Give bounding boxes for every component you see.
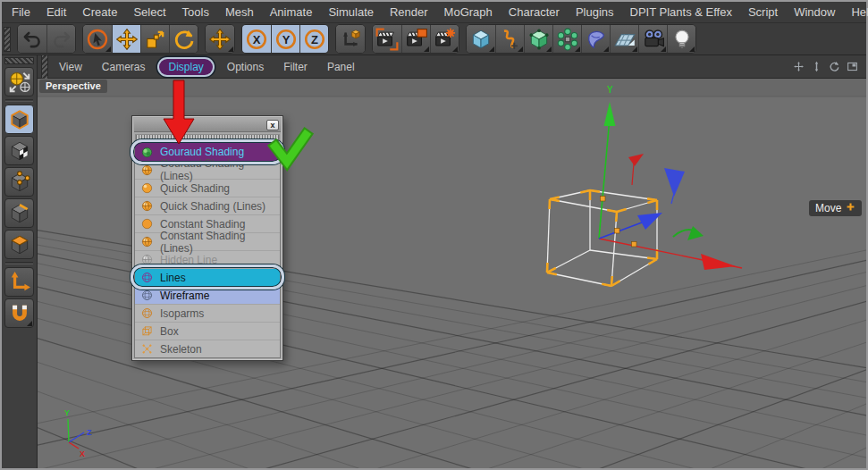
menu-tear-strip[interactable] bbox=[135, 134, 280, 140]
edge-mode-button[interactable] bbox=[4, 198, 34, 228]
sidebar-separator bbox=[5, 262, 33, 264]
array-object-button[interactable] bbox=[552, 25, 581, 53]
move-tool-button[interactable] bbox=[112, 25, 140, 53]
wire-globe-purple-icon bbox=[141, 272, 153, 283]
lock-y-axis-button[interactable]: Y bbox=[271, 25, 299, 53]
viewport-menu-options[interactable]: Options bbox=[218, 58, 273, 76]
display-menu-item-quick-shading-lines[interactable]: Quick Shading (Lines) bbox=[135, 197, 280, 214]
model-mode-button[interactable] bbox=[4, 105, 34, 134]
light-object-button[interactable] bbox=[667, 25, 695, 53]
viewport-menu-view[interactable]: View bbox=[50, 58, 91, 76]
render-settings-button[interactable] bbox=[430, 25, 459, 53]
sphere-icon bbox=[141, 182, 153, 194]
floor-object-button[interactable] bbox=[610, 25, 638, 53]
viewport-menu-panel[interactable]: Panel bbox=[318, 58, 364, 76]
axis-mode-button[interactable] bbox=[4, 267, 34, 297]
redo-icon bbox=[50, 28, 73, 51]
viewport-menu-drag-handle[interactable] bbox=[41, 55, 48, 80]
menu-mograph[interactable]: MoGraph bbox=[436, 3, 501, 21]
axis-letter-icon: Y bbox=[274, 28, 298, 51]
display-menu-item-lines[interactable]: Lines bbox=[135, 268, 280, 286]
add-cube-button[interactable] bbox=[467, 25, 495, 53]
rotate-tool-button[interactable] bbox=[169, 25, 198, 53]
plus-icon bbox=[846, 202, 855, 212]
last-used-tool-button[interactable] bbox=[206, 25, 234, 53]
menu-tools[interactable]: Tools bbox=[174, 3, 217, 21]
sphere-lines-icon bbox=[141, 200, 153, 212]
display-menu-item-box[interactable]: Box bbox=[135, 322, 280, 340]
render-picture-viewer-button[interactable] bbox=[401, 25, 430, 53]
camera-object-button[interactable] bbox=[638, 25, 667, 53]
submenu-corner-icon bbox=[228, 46, 233, 52]
viewport-menu-cameras[interactable]: Cameras bbox=[93, 58, 155, 76]
menu-help[interactable]: Help bbox=[843, 3, 868, 21]
menu-select[interactable]: Select bbox=[125, 3, 173, 21]
deformer-button[interactable] bbox=[581, 25, 610, 53]
display-menu-titlebar[interactable]: x bbox=[134, 118, 281, 132]
sphere-icon bbox=[140, 182, 154, 194]
zoom-view-button[interactable] bbox=[811, 61, 822, 72]
menu-item-label: Wireframe bbox=[160, 290, 209, 302]
tool-hint: Move bbox=[809, 200, 862, 216]
menu-item-label: Constant Shading (Lines) bbox=[160, 230, 280, 255]
menu-simulate[interactable]: Simulate bbox=[320, 3, 382, 21]
camera-label[interactable]: Perspective bbox=[39, 80, 107, 93]
render-view-button[interactable] bbox=[373, 25, 401, 53]
texture-mode-button[interactable] bbox=[4, 136, 34, 165]
close-icon[interactable]: x bbox=[266, 120, 279, 130]
viewport-menu-filter[interactable]: Filter bbox=[274, 58, 316, 76]
spline-pen-button[interactable] bbox=[495, 25, 524, 53]
point-mode-button[interactable] bbox=[4, 167, 34, 197]
menu-script[interactable]: Script bbox=[740, 3, 786, 21]
sidebar-drag-handle[interactable] bbox=[4, 57, 34, 64]
svg-text:Z: Z bbox=[87, 428, 92, 437]
menu-character[interactable]: Character bbox=[501, 3, 568, 21]
scale-tool-button[interactable] bbox=[140, 25, 169, 53]
menu-edit[interactable]: Edit bbox=[38, 3, 74, 21]
toggle-view-button[interactable] bbox=[847, 61, 858, 72]
wire-globe-icon bbox=[140, 290, 154, 301]
snap-button[interactable] bbox=[4, 298, 34, 328]
coordinate-system-button[interactable] bbox=[336, 25, 365, 53]
display-menu-item-isoparms[interactable]: Isoparms bbox=[135, 304, 280, 322]
render-view-icon bbox=[375, 28, 399, 51]
undo-button[interactable] bbox=[18, 25, 46, 53]
menu-dpit-plants-effex[interactable]: DPIT Plants & Effex bbox=[622, 3, 740, 21]
main-menubar: FileEditCreateSelectToolsMeshAnimateSimu… bbox=[2, 2, 866, 22]
rotate-icon bbox=[173, 28, 196, 51]
subdivision-surface-button[interactable] bbox=[524, 25, 552, 53]
sphere-lines-icon bbox=[141, 236, 153, 248]
svg-text:Y: Y bbox=[282, 32, 290, 46]
live-selection-button[interactable] bbox=[83, 25, 112, 53]
menu-render[interactable]: Render bbox=[382, 3, 436, 21]
pan-view-button[interactable] bbox=[793, 61, 805, 72]
tool-hint-label: Move bbox=[815, 202, 841, 214]
toolbar-drag-handle[interactable] bbox=[4, 27, 11, 52]
model-mode-icon bbox=[8, 108, 31, 131]
rotate-view-icon bbox=[829, 61, 840, 72]
menu-item-label: Hidden Line bbox=[160, 254, 217, 266]
display-menu-item-constant-shading-lines[interactable]: Constant Shading (Lines) bbox=[135, 232, 280, 250]
display-menu-item-skeleton[interactable]: Skeleton bbox=[135, 340, 280, 357]
edge-mode-icon bbox=[8, 202, 31, 225]
menu-create[interactable]: Create bbox=[74, 3, 125, 21]
display-menu-item-wireframe[interactable]: Wireframe bbox=[135, 286, 280, 304]
viewport-menu-display[interactable]: Display bbox=[159, 59, 212, 75]
submenu-corner-icon bbox=[661, 46, 666, 52]
lock-x-axis-button[interactable]: X bbox=[242, 25, 271, 53]
mode-sidebar bbox=[2, 55, 38, 468]
menu-animate[interactable]: Animate bbox=[262, 3, 321, 21]
menu-file[interactable]: File bbox=[4, 3, 38, 21]
menu-mesh[interactable]: Mesh bbox=[217, 3, 262, 21]
make-editable-button[interactable] bbox=[4, 67, 34, 97]
rotate-view-button[interactable] bbox=[829, 61, 840, 72]
svg-text:Y: Y bbox=[64, 408, 70, 417]
redo-button[interactable] bbox=[46, 25, 75, 53]
display-menu-item-gouraud-shading-lines[interactable]: Gouraud Shading (Lines) bbox=[135, 161, 280, 179]
menu-window[interactable]: Window bbox=[786, 3, 843, 21]
sphere-lines-icon bbox=[140, 200, 154, 212]
polygon-mode-button[interactable] bbox=[4, 230, 34, 259]
lock-z-axis-button[interactable]: Z bbox=[299, 25, 328, 53]
menu-plugins[interactable]: Plugins bbox=[568, 3, 622, 21]
submenu-corner-icon bbox=[632, 46, 637, 52]
